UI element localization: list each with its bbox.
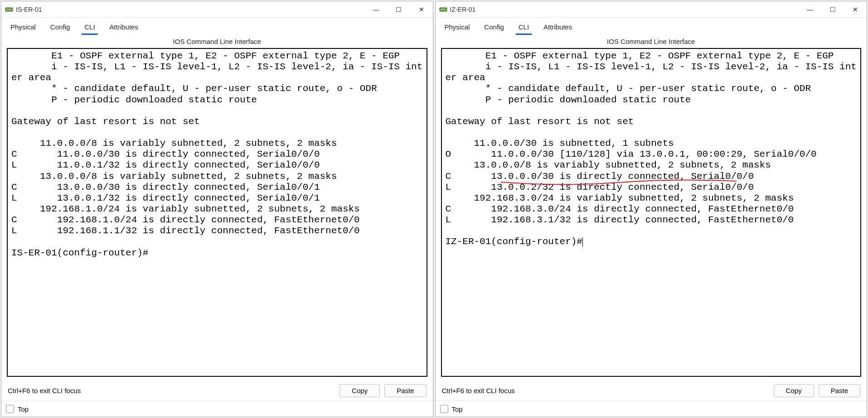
svg-point-3 (10, 9, 11, 10)
titlebar[interactable]: IS-ER-01 — ☐ ✕ (1, 1, 433, 18)
svg-point-2 (9, 9, 10, 10)
window-title: IZ-ER-01 (450, 6, 799, 13)
window-controls: — ☐ ✕ (799, 1, 867, 18)
cli-terminal[interactable]: E1 - OSPF external type 1, E2 - OSPF ext… (441, 48, 862, 377)
window-is-er-01: IS-ER-01 — ☐ ✕ Physical Config CLI Attri… (1, 1, 433, 417)
tab-physical[interactable]: Physical (8, 21, 39, 35)
tab-attributes[interactable]: Attributes (107, 21, 141, 35)
panel-header: IOS Command Line Interface (1, 35, 433, 48)
bottom-row: Top (1, 401, 433, 417)
tabbar: Physical Config CLI Attributes (1, 18, 433, 35)
cli-wrap: E1 - OSPF external type 1, E2 - OSPF ext… (1, 48, 433, 380)
tab-cli[interactable]: CLI (516, 21, 532, 35)
tab-cli[interactable]: CLI (82, 21, 97, 35)
window-title: IS-ER-01 (16, 6, 365, 13)
top-checkbox[interactable] (6, 405, 14, 413)
svg-point-5 (441, 9, 442, 10)
cli-wrap: E1 - OSPF external type 1, E2 - OSPF ext… (436, 48, 867, 380)
panel-header: IOS Command Line Interface (436, 35, 867, 48)
svg-point-1 (7, 9, 8, 10)
hint-row: Ctrl+F6 to exit CLI focus Copy Paste (436, 380, 867, 401)
app-icon (5, 5, 13, 14)
paste-button[interactable]: Paste (819, 384, 860, 397)
text-cursor (582, 237, 583, 247)
tab-config[interactable]: Config (48, 21, 73, 35)
copy-button[interactable]: Copy (339, 384, 380, 397)
top-label: Top (18, 405, 29, 413)
maximize-button[interactable]: ☐ (388, 1, 410, 18)
svg-point-7 (445, 9, 446, 10)
tab-attributes[interactable]: Attributes (541, 21, 575, 35)
paste-button[interactable]: Paste (384, 384, 426, 397)
top-checkbox[interactable] (440, 405, 448, 413)
red-underline-annotation (501, 178, 737, 187)
close-button[interactable]: ✕ (844, 1, 867, 18)
minimize-button[interactable]: — (365, 1, 388, 18)
window-controls: — ☐ ✕ (365, 1, 433, 18)
titlebar[interactable]: IZ-ER-01 — ☐ ✕ (436, 1, 867, 18)
tab-physical[interactable]: Physical (442, 21, 473, 35)
top-label: Top (452, 405, 463, 413)
minimize-button[interactable]: — (799, 1, 821, 18)
tabbar: Physical Config CLI Attributes (436, 18, 867, 35)
bottom-row: Top (436, 401, 867, 417)
app-icon (439, 5, 447, 14)
cli-terminal[interactable]: E1 - OSPF external type 1, E2 - OSPF ext… (7, 48, 427, 377)
hint-row: Ctrl+F6 to exit CLI focus Copy Paste (1, 380, 433, 401)
window-iz-er-01: IZ-ER-01 — ☐ ✕ Physical Config CLI Attri… (435, 1, 868, 417)
cli-focus-hint: Ctrl+F6 to exit CLI focus (442, 387, 515, 394)
close-button[interactable]: ✕ (410, 1, 433, 18)
maximize-button[interactable]: ☐ (821, 1, 844, 18)
cli-focus-hint: Ctrl+F6 to exit CLI focus (8, 387, 81, 394)
copy-button[interactable]: Copy (774, 384, 814, 397)
tab-config[interactable]: Config (481, 21, 506, 35)
svg-point-6 (443, 9, 444, 10)
